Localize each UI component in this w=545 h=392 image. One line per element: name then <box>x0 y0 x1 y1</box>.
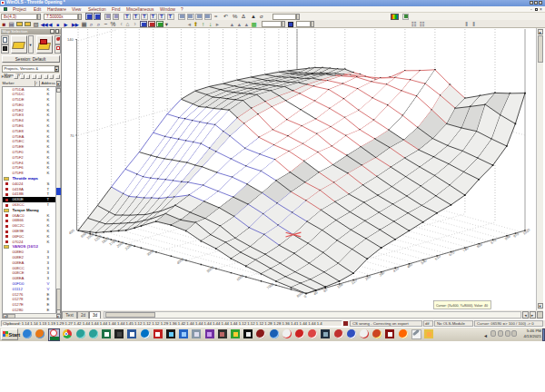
svg-text:1020: 1020 <box>522 227 532 236</box>
svg-text:0: 0 <box>303 294 308 299</box>
svg-text:400: 400 <box>68 228 76 235</box>
svg-text:140: 140 <box>67 37 74 42</box>
svg-text:Cursor: (X=600, Y=8000), Value: Cursor: (X=600, Y=8000), Value: 40 <box>436 304 488 308</box>
svg-text:70: 70 <box>70 133 74 138</box>
svg-text:45: 45 <box>312 290 318 297</box>
